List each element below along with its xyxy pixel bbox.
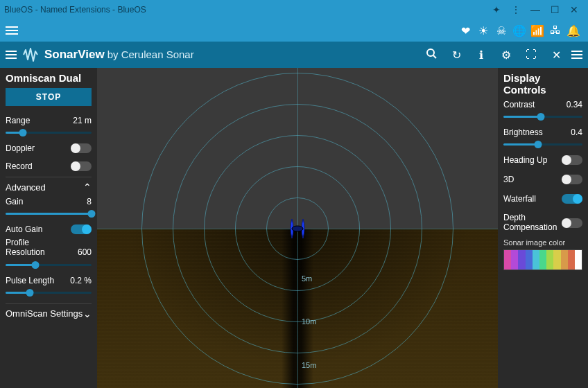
gain-slider[interactable]: [6, 208, 92, 219]
window-maximize-button[interactable]: ☐: [545, 4, 564, 15]
advanced-section-toggle[interactable]: Advanced ⌃: [6, 177, 92, 193]
palette-swatch[interactable]: [504, 250, 511, 270]
more-icon[interactable]: ⋮: [506, 4, 526, 15]
svg-point-2: [292, 226, 303, 231]
heading-up-label: Heading Up: [503, 155, 547, 165]
refresh-icon[interactable]: ↻: [447, 48, 466, 62]
depth-compensation-toggle[interactable]: [562, 218, 582, 228]
sonarview-logo-icon: [22, 48, 39, 62]
range-slider[interactable]: [6, 127, 92, 138]
window-minimize-button[interactable]: —: [526, 4, 545, 15]
doppler-toggle[interactable]: [71, 143, 92, 153]
brightness-label: Brightness: [503, 127, 543, 137]
chevron-up-icon: ⌃: [83, 182, 92, 193]
settings-icon[interactable]: ⚙: [496, 48, 516, 62]
window-close-button[interactable]: ✕: [564, 4, 584, 15]
doppler-label: Doppler: [6, 143, 35, 153]
palette-swatch[interactable]: [553, 250, 560, 270]
heartbeat-icon[interactable]: ❤: [456, 24, 474, 37]
wifi-icon[interactable]: 📶: [528, 24, 546, 37]
chevron-down-icon: ⌄: [83, 308, 92, 319]
range-tick-10m: 10m: [302, 317, 316, 326]
close-panel-icon[interactable]: ✕: [546, 48, 566, 62]
sonarview-menu-right-button[interactable]: [571, 48, 582, 61]
right-panel: Display Controls Contrast 0.34 Brightnes…: [498, 68, 588, 388]
gain-label: Gain: [6, 197, 23, 206]
display-controls-title: Display Controls: [503, 72, 582, 96]
contrast-label: Contrast: [503, 100, 535, 109]
three-d-label: 3D: [503, 175, 514, 184]
palette-label: Sonar image color: [503, 238, 582, 247]
main-area: Omniscan Dual STOP Range 21 m Doppler Re…: [0, 68, 588, 388]
waterfall-toggle[interactable]: [562, 194, 582, 204]
extension-icon[interactable]: ✦: [487, 4, 506, 15]
sonar-view[interactable]: 5m 10m 15m: [97, 68, 498, 388]
info-icon[interactable]: ℹ: [472, 48, 491, 62]
pulse-length-slider[interactable]: [6, 287, 92, 298]
palette-swatch[interactable]: [533, 250, 539, 270]
sonarview-appbar: SonarView by Cerulean Sonar ↻ ℹ ⚙ ⛶ ✕: [0, 42, 588, 68]
profile-resolution-slider[interactable]: [6, 259, 92, 270]
ethernet-icon[interactable]: 🖧: [546, 24, 564, 37]
palette-swatch[interactable]: [561, 250, 568, 270]
depth-compensation-label: Depth Compensation: [503, 213, 559, 233]
range-label: Range: [6, 116, 30, 125]
app-name: SonarView: [44, 48, 105, 62]
profile-resolution-label: Profile Resolution: [6, 238, 61, 258]
palette-swatch[interactable]: [568, 250, 575, 270]
window-title: BlueOS - Named Extensions - BlueOS: [4, 5, 487, 15]
heading-up-toggle[interactable]: [562, 155, 582, 165]
pulse-length-value: 0.2 %: [70, 276, 92, 285]
record-label: Record: [6, 161, 33, 171]
profile-resolution-value: 600: [78, 248, 92, 258]
contrast-value: 0.34: [567, 100, 582, 109]
blueos-topbar: ❤ ☀ ☠ 🌐 📶 🖧 🔔: [0, 19, 588, 42]
sonar-color-palette[interactable]: [503, 249, 582, 270]
pirate-icon[interactable]: ☠: [492, 24, 510, 37]
auto-gain-label: Auto Gain: [6, 224, 42, 234]
brightness-value: 0.4: [571, 127, 582, 137]
waterfall-label: Waterfall: [503, 194, 536, 204]
palette-swatch[interactable]: [526, 250, 533, 270]
fullscreen-icon[interactable]: ⛶: [521, 48, 541, 61]
range-value: 21 m: [73, 116, 92, 125]
svg-point-0: [427, 49, 434, 56]
brightness-slider[interactable]: [503, 139, 582, 150]
app-title: SonarView by Cerulean Sonar: [44, 48, 194, 62]
sun-icon[interactable]: ☀: [474, 24, 492, 37]
record-toggle[interactable]: [71, 161, 92, 171]
search-icon[interactable]: [422, 48, 441, 62]
notifications-icon[interactable]: 🔔: [564, 24, 582, 37]
palette-swatch[interactable]: [539, 250, 546, 270]
pulse-length-label: Pulse Length: [6, 276, 54, 285]
blueos-menu-button[interactable]: [6, 24, 22, 37]
palette-swatch[interactable]: [546, 250, 553, 270]
vessel-icon: [282, 213, 313, 244]
sonarview-menu-button[interactable]: [6, 48, 17, 61]
gain-value: 8: [87, 197, 92, 206]
range-tick-5m: 5m: [302, 274, 312, 283]
os-titlebar: BlueOS - Named Extensions - BlueOS ✦ ⋮ —…: [0, 0, 588, 19]
globe-icon[interactable]: 🌐: [510, 24, 528, 37]
range-tick-15m: 15m: [302, 361, 316, 369]
svg-line-1: [433, 55, 436, 58]
palette-swatch[interactable]: [518, 250, 525, 270]
device-title: Omniscan Dual: [6, 72, 92, 84]
auto-gain-toggle[interactable]: [71, 224, 92, 234]
left-panel: Omniscan Dual STOP Range 21 m Doppler Re…: [0, 68, 97, 388]
stop-button[interactable]: STOP: [6, 88, 92, 106]
omniscan-settings-toggle[interactable]: OmniScan Settings ⌄: [6, 303, 92, 319]
contrast-slider[interactable]: [503, 111, 582, 122]
palette-swatch[interactable]: [511, 250, 518, 270]
three-d-toggle[interactable]: [562, 175, 582, 184]
palette-swatch[interactable]: [575, 250, 582, 270]
